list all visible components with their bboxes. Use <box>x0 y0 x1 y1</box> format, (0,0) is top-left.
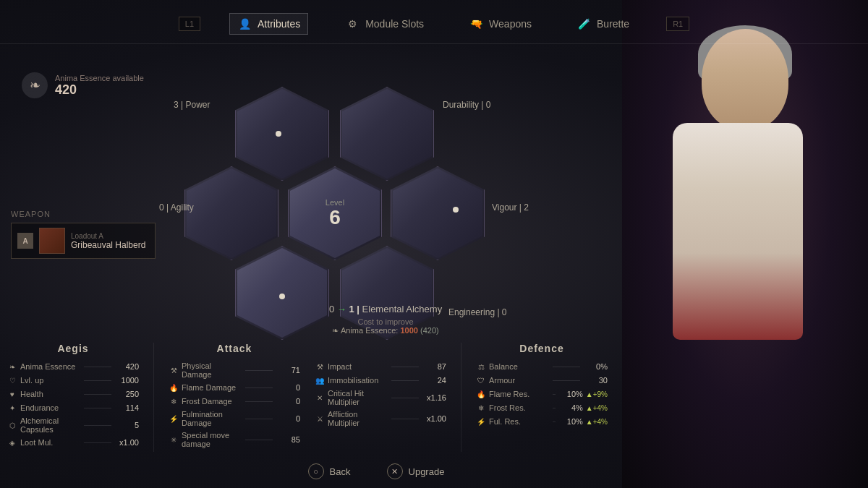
balance-value: 0% <box>586 362 608 371</box>
hex-elemental-cell[interactable] <box>235 246 329 340</box>
hex-vigour-label: Vigour | 2 <box>492 202 529 213</box>
attack-panel-right: Attack ⚒ Impact 87 👥 Immobilisation 24 ✕… <box>315 343 446 452</box>
loot-name: Loot Mul. <box>20 438 78 447</box>
weapon-item[interactable]: A Loadout A Gribeauval Halberd <box>11 223 156 259</box>
nav-burette[interactable]: 🧪 Burette <box>569 13 637 35</box>
weapon-loadout: Loadout A <box>71 232 145 240</box>
anima-stat-name: Anima Essence <box>20 362 78 371</box>
stat-line <box>553 408 556 408</box>
flame-dmg-name: Flame Damage <box>182 383 239 392</box>
lvlup-value: 1000 <box>117 376 139 385</box>
ful-res-value: 10% <box>561 417 583 426</box>
stat-line <box>84 367 111 367</box>
nav-module-slots[interactable]: ⚙ Module Slots <box>337 13 432 35</box>
upgrade-panel: 0 → 1 | Elemental Alchemy Cost to improv… <box>329 304 442 335</box>
upgrade-cross-icon: ✕ <box>391 467 398 476</box>
stat-line <box>553 394 556 395</box>
hex-durability-label: Durability | 0 <box>443 100 490 110</box>
stat-row: ✳ Special move damage 85 <box>169 431 300 448</box>
flame-res-value: 10% <box>561 390 583 398</box>
health-value: 250 <box>117 390 139 398</box>
upgrade-value: 1 | <box>349 304 359 314</box>
module-slots-icon: ⚙ <box>345 17 359 31</box>
attributes-icon: 👤 <box>237 17 252 31</box>
weapon-slot-letter: A <box>17 233 33 249</box>
crit-value: x1.16 <box>425 393 446 402</box>
stat-line <box>553 421 556 422</box>
stat-row: ⚒ Physical Damage 71 <box>169 361 300 379</box>
armour-icon: 🛡 <box>476 375 486 385</box>
anima-bar: ❧ Anima Essence available 420 <box>22 72 144 98</box>
divider-2 <box>461 343 461 452</box>
nav-attributes[interactable]: 👤 Attributes <box>229 13 308 35</box>
endurance-value: 114 <box>117 403 139 412</box>
affliction-name: Affliction Multiplier <box>328 410 386 427</box>
crit-icon: ✕ <box>315 393 325 403</box>
affliction-value: x1.00 <box>425 414 446 423</box>
stat-row: ❄ Frost Res. 4% ▲+4% <box>476 403 608 413</box>
upgrade-button[interactable]: ✕ Upgrade <box>387 463 445 479</box>
stat-row: ⚡ Ful. Res. 10% ▲+4% <box>476 416 608 427</box>
anima-label: Anima Essence available <box>55 74 144 82</box>
frost-res-name: Frost Res. <box>489 403 547 412</box>
stat-line <box>391 398 419 398</box>
stat-row: ✕ Critical Hit Multiplier x1.16 <box>315 389 446 406</box>
loot-value: x1.00 <box>117 438 139 447</box>
capsules-value: 5 <box>117 421 139 429</box>
stat-line <box>553 367 580 367</box>
nav-burette-label: Burette <box>597 18 629 30</box>
stat-row: ⬡ Alchemical Capsules 5 <box>7 416 139 434</box>
ful-res-name: Ful. Res. <box>489 417 547 426</box>
frost-dmg-icon: ❄ <box>169 396 179 406</box>
endurance-icon: ✦ <box>7 403 17 413</box>
upgrade-cost-row: ❧ Anima Essence: 1000 (420) <box>329 326 442 335</box>
stat-line <box>84 394 111 395</box>
stat-row: ⚡ Fulmination Damage 0 <box>169 410 300 427</box>
stat-line <box>84 425 111 426</box>
immob-name: Immobilisation <box>328 376 386 385</box>
frost-res-bonus: ▲+4% <box>586 404 608 412</box>
frost-res-value: 4% <box>561 403 583 412</box>
ful-res-bonus: ▲+4% <box>586 418 608 426</box>
anima-text: Anima Essence available 420 <box>55 74 144 98</box>
special-value: 85 <box>278 435 300 444</box>
hex-elemental-dot <box>279 294 285 299</box>
capsules-name: Alchemical Capsules <box>20 416 78 434</box>
hex-engineering-label: Engineering | 0 <box>448 307 507 317</box>
weapon-section-label: Weapon <box>11 210 156 218</box>
lvlup-icon: ♡ <box>7 375 17 385</box>
stat-row: ♥ Health 250 <box>7 389 139 399</box>
stat-line <box>245 440 273 440</box>
upgrade-prefix: 0 <box>329 304 337 314</box>
nav-weapons[interactable]: 🔫 Weapons <box>461 13 540 35</box>
attack-panel-left: Attack ⚒ Physical Damage 71 🔥 Flame Dama… <box>169 343 300 452</box>
hex-level-label: Level <box>326 198 344 207</box>
stat-line <box>245 419 273 419</box>
back-button[interactable]: ○ Back <box>308 463 351 479</box>
hex-vigour-dot <box>453 207 459 213</box>
stat-row: 👥 Immobilisation 24 <box>315 375 446 385</box>
frost-dmg-value: 0 <box>278 397 300 406</box>
nav-weapons-label: Weapons <box>489 18 532 30</box>
armour-name: Armour <box>489 376 547 385</box>
anima-icon: ❧ <box>22 72 48 98</box>
hex-elemental-shape <box>235 246 329 340</box>
stat-line <box>391 367 419 367</box>
back-circle-icon: ○ <box>313 467 318 476</box>
stat-line <box>84 380 111 381</box>
nav-right-bracket[interactable]: R1 <box>666 17 689 31</box>
balance-icon: ⚖ <box>476 361 486 372</box>
defence-panel: Defence ⚖ Balance 0% 🛡 Armour 30 🔥 Flame… <box>476 343 608 452</box>
flame-res-bonus: ▲+9% <box>586 390 608 398</box>
hex-agility-label: 0 | Agility <box>159 202 194 213</box>
stat-line <box>553 380 580 381</box>
stat-line <box>84 408 111 408</box>
aegis-panel: Aegis ❧ Anima Essence 420 ♡ Lvl. up 1000… <box>7 343 139 452</box>
special-icon: ✳ <box>169 435 179 445</box>
hex-power-dot <box>276 131 281 137</box>
nav-left-bracket[interactable]: L1 <box>179 17 200 31</box>
fulm-dmg-icon: ⚡ <box>169 414 179 424</box>
upgrade-main-label: 0 → 1 | Elemental Alchemy <box>329 304 442 314</box>
stat-row: ❄ Frost Damage 0 <box>169 396 300 406</box>
attack-title: Attack <box>169 343 300 354</box>
